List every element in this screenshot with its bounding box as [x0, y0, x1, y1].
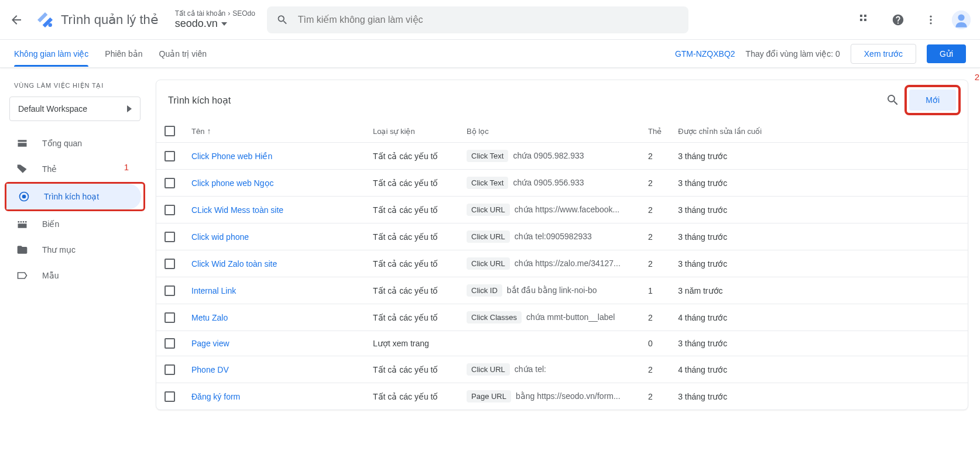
trigger-name-link[interactable]: Click Wid Zalo toàn site: [191, 259, 277, 269]
submit-button[interactable]: Gửi: [927, 44, 966, 63]
svg-rect-3: [860, 19, 862, 21]
trigger-name-link[interactable]: Internal Link: [191, 286, 236, 295]
card-search-icon[interactable]: [886, 93, 900, 107]
column-event[interactable]: Loại sự kiện: [365, 120, 458, 143]
sidebar: VÙNG LÀM VIỆC HIỆN TẠI Default Workspace…: [0, 68, 150, 422]
table-row[interactable]: Click Wid Zalo toàn siteTất cả các yếu t…: [156, 250, 968, 277]
app-title: Trình quản lý thẻ: [61, 12, 159, 27]
apps-icon[interactable]: [854, 8, 877, 32]
svg-point-6: [930, 19, 931, 20]
triggers-card: Trình kích hoạt Mới 2 Tên↑ Loại sự kiện …: [156, 80, 968, 410]
tag-icon: [16, 163, 28, 175]
more-icon[interactable]: [919, 8, 943, 32]
column-modified[interactable]: Được chỉnh sửa lần cuối: [670, 120, 968, 143]
table-row[interactable]: Internal LinkTất cả các yếu tốClick IDbắ…: [156, 277, 968, 304]
modified-date: 4 tháng trước: [670, 304, 968, 331]
annotation-label-2: 2: [975, 72, 979, 82]
template-icon: [16, 270, 28, 281]
trigger-name-link[interactable]: Click Phone web Hiền: [191, 152, 272, 161]
trigger-name-link[interactable]: Metu Zalo: [191, 313, 228, 322]
tag-count: 2: [640, 223, 670, 250]
trigger-name-link[interactable]: Click wid phone: [191, 232, 249, 242]
svg-point-7: [930, 22, 931, 24]
filter-chip: Click Text: [467, 150, 508, 162]
row-checkbox[interactable]: [165, 312, 175, 323]
tab-versions[interactable]: Phiên bản: [105, 41, 142, 67]
search-bar[interactable]: [267, 6, 688, 33]
row-checkbox[interactable]: [165, 285, 175, 296]
breadcrumb-current: SEOdo: [232, 9, 255, 18]
row-checkbox[interactable]: [165, 338, 175, 349]
help-icon[interactable]: [886, 8, 910, 32]
table-row[interactable]: Metu ZaloTất cả các yếu tốClick Classesc…: [156, 304, 968, 331]
svg-point-9: [958, 14, 964, 20]
gtm-logo-icon: [37, 12, 53, 27]
filter-text: chứa 0905.982.933: [513, 151, 584, 160]
annotation-label-1: 1: [124, 162, 129, 172]
column-name[interactable]: Tên↑: [183, 120, 365, 143]
sidebar-item-templates[interactable]: Mẫu: [5, 263, 145, 288]
sidebar-item-label: Thư mục: [42, 245, 76, 254]
filter-text: chứa tel:: [515, 364, 546, 374]
trigger-icon: [18, 191, 30, 202]
workspace-changes-label: Thay đổi vùng làm việc: 0: [746, 49, 840, 58]
container-selector[interactable]: seodo.vn: [175, 18, 255, 30]
event-type: Tất cả các yếu tố: [365, 250, 458, 277]
sidebar-item-triggers[interactable]: Trình kích hoạt: [6, 184, 141, 209]
trigger-name-link[interactable]: Page view: [191, 339, 229, 348]
preview-button[interactable]: Xem trước: [851, 44, 916, 64]
modified-date: 3 tháng trước: [670, 197, 968, 223]
modified-date: 3 năm trước: [670, 277, 968, 304]
svg-rect-4: [864, 19, 866, 21]
event-type: Tất cả các yếu tố: [365, 143, 458, 170]
table-row[interactable]: Phone DVTất cả các yếu tốClick URLchứa t…: [156, 356, 968, 383]
column-tag[interactable]: Thẻ: [640, 120, 670, 143]
filter-text: chứa tel:0905982933: [515, 232, 592, 241]
modified-date: 3 tháng trước: [670, 331, 968, 356]
table-row[interactable]: Đăng ký formTất cả các yếu tốPage URLbằn…: [156, 383, 968, 410]
overview-icon: [16, 137, 28, 149]
table-row[interactable]: Click Phone web HiềnTất cả các yếu tốCli…: [156, 143, 968, 170]
column-filter[interactable]: Bộ lọc: [458, 120, 640, 143]
tabs-bar: Không gian làm việc Phiên bản Quản trị v…: [0, 40, 980, 68]
row-checkbox[interactable]: [165, 151, 175, 161]
table-row[interactable]: Click wid phoneTất cả các yếu tốClick UR…: [156, 223, 968, 250]
trigger-name-link[interactable]: Đăng ký form: [191, 392, 240, 401]
breadcrumb-accounts[interactable]: Tất cả tài khoản: [175, 9, 225, 18]
avatar[interactable]: [952, 11, 971, 29]
card-title: Trình kích hoạt: [168, 95, 886, 106]
tab-workspace[interactable]: Không gian làm việc: [14, 41, 88, 67]
search-input[interactable]: [298, 15, 679, 25]
chevron-right-icon: [127, 105, 132, 112]
modified-date: 3 tháng trước: [670, 250, 968, 277]
filter-text: chứa https://zalo.me/34127...: [515, 259, 621, 268]
row-checkbox[interactable]: [165, 391, 175, 402]
row-checkbox[interactable]: [165, 259, 175, 269]
row-checkbox[interactable]: [165, 364, 175, 375]
sidebar-item-folders[interactable]: Thư mục: [5, 237, 145, 263]
filter-text: chứa 0905.956.933: [513, 178, 584, 187]
back-arrow-icon[interactable]: [9, 13, 23, 27]
breadcrumb-separator: ›: [228, 9, 230, 18]
trigger-name-link[interactable]: Click phone web Ngọc: [191, 178, 274, 188]
select-all-checkbox[interactable]: [165, 126, 175, 136]
table-row[interactable]: Click phone web NgọcTất cả các yếu tốCli…: [156, 170, 968, 197]
modified-date: 3 tháng trước: [670, 223, 968, 250]
tag-count: 2: [640, 143, 670, 170]
new-trigger-button[interactable]: Mới: [909, 90, 956, 111]
tab-admin[interactable]: Quản trị viên: [159, 41, 207, 67]
trigger-name-link[interactable]: CLick Wid Mess toàn site: [191, 205, 283, 215]
table-row[interactable]: CLick Wid Mess toàn siteTất cả các yếu t…: [156, 197, 968, 223]
gtm-id-link[interactable]: GTM-NZQXBQ2: [675, 49, 735, 58]
row-checkbox[interactable]: [165, 232, 175, 242]
sidebar-item-variables[interactable]: Biến: [5, 211, 145, 237]
table-row[interactable]: Page viewLượt xem trang03 tháng trước: [156, 331, 968, 356]
workspace-selector[interactable]: Default Workspace: [9, 97, 141, 121]
event-type: Tất cả các yếu tố: [365, 197, 458, 223]
trigger-name-link[interactable]: Phone DV: [191, 365, 229, 374]
row-checkbox[interactable]: [165, 178, 175, 188]
svg-point-5: [930, 15, 931, 17]
sidebar-item-overview[interactable]: Tổng quan: [5, 130, 145, 156]
row-checkbox[interactable]: [165, 205, 175, 215]
tag-count: 2: [640, 304, 670, 331]
